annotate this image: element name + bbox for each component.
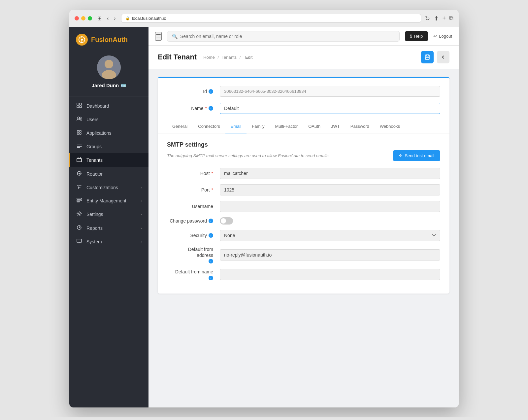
sidebar-item-label: Reports bbox=[86, 226, 103, 231]
sidebar-item-groups[interactable]: Groups bbox=[69, 140, 148, 153]
form-card: Id i Name * i bbox=[158, 77, 449, 294]
change-password-toggle[interactable] bbox=[220, 217, 233, 225]
sidebar-item-dashboard[interactable]: Dashboard bbox=[69, 99, 148, 113]
sidebar-item-label: Settings bbox=[86, 212, 103, 217]
sidebar-item-users[interactable]: Users bbox=[69, 113, 148, 126]
search-input[interactable] bbox=[180, 34, 395, 39]
tabs: General Connectors Email Family Multi-Fa… bbox=[158, 120, 449, 133]
security-info-icon[interactable]: i bbox=[209, 233, 213, 238]
arrow-icon: › bbox=[141, 186, 142, 190]
logo-icon bbox=[76, 34, 88, 46]
name-info-icon[interactable]: i bbox=[209, 106, 213, 111]
tabs-icon[interactable]: ⧉ bbox=[449, 15, 453, 22]
back-button[interactable] bbox=[437, 51, 449, 63]
forward-icon[interactable]: › bbox=[113, 15, 117, 22]
new-tab-icon[interactable]: + bbox=[442, 15, 446, 22]
svg-rect-20 bbox=[77, 158, 82, 162]
svg-rect-16 bbox=[80, 133, 81, 134]
tab-connectors[interactable]: Connectors bbox=[193, 120, 225, 133]
change-password-info-icon[interactable]: i bbox=[209, 219, 213, 223]
id-info-icon[interactable]: i bbox=[209, 89, 213, 94]
sidebar-toggle-icon[interactable]: ⊞ bbox=[96, 15, 103, 22]
default-from-address-label: Default fromaddress i bbox=[167, 246, 220, 263]
default-from-address-row: Default fromaddress i bbox=[167, 246, 440, 263]
svg-rect-15 bbox=[77, 133, 79, 134]
user-card-icon: 🪪 bbox=[121, 83, 126, 88]
svg-rect-7 bbox=[77, 103, 79, 105]
sidebar-item-tenants[interactable]: Tenants bbox=[69, 153, 148, 167]
port-input[interactable] bbox=[220, 184, 440, 195]
sidebar-item-entity-management[interactable]: Entity Management › bbox=[69, 194, 148, 207]
host-label: Host * bbox=[167, 171, 220, 176]
back-icon[interactable]: ‹ bbox=[106, 15, 110, 22]
svg-rect-29 bbox=[425, 55, 429, 59]
url-text: local.fusionauth.io bbox=[132, 16, 166, 21]
breadcrumb: Home / Tenants / Edit bbox=[203, 55, 254, 60]
default-from-name-info-icon[interactable]: i bbox=[209, 276, 213, 280]
tab-family[interactable]: Family bbox=[247, 120, 270, 133]
sidebar-item-reports[interactable]: Reports › bbox=[69, 221, 148, 235]
tab-password[interactable]: Password bbox=[345, 120, 375, 133]
tenants-icon bbox=[76, 157, 82, 163]
applications-icon bbox=[76, 130, 82, 136]
smtp-section: SMTP settings The outgoing SMTP mail ser… bbox=[158, 133, 449, 294]
close-button[interactable] bbox=[75, 16, 79, 20]
tab-multi-factor[interactable]: Multi-Factor bbox=[270, 120, 303, 133]
svg-rect-23 bbox=[77, 198, 82, 199]
breadcrumb-tenants[interactable]: Tenants bbox=[221, 55, 237, 60]
security-label: Security i bbox=[167, 233, 220, 238]
change-password-label: Change password i bbox=[167, 218, 220, 224]
breadcrumb-home[interactable]: Home bbox=[203, 55, 215, 60]
tab-email[interactable]: Email bbox=[225, 120, 247, 133]
id-label: Id i bbox=[167, 89, 220, 94]
tab-jwt[interactable]: JWT bbox=[326, 120, 345, 133]
breadcrumb-current: Edit bbox=[245, 55, 252, 60]
reload-icon[interactable]: ↻ bbox=[425, 15, 430, 22]
sidebar-item-customizations[interactable]: Customizations › bbox=[69, 181, 148, 194]
sidebar: FusionAuth Jared Dunn 🪪 bbox=[69, 27, 148, 407]
sidebar-item-label: Entity Management bbox=[86, 198, 126, 203]
tab-oauth[interactable]: OAuth bbox=[303, 120, 326, 133]
save-button[interactable] bbox=[421, 51, 434, 63]
help-button[interactable]: ℹ Help bbox=[405, 31, 428, 41]
security-select[interactable]: None TLS STARTTLS bbox=[220, 230, 440, 241]
host-input[interactable] bbox=[220, 168, 440, 179]
share-icon[interactable]: ⬆ bbox=[434, 15, 439, 22]
arrow-icon: › bbox=[141, 199, 142, 203]
sidebar-item-system[interactable]: System › bbox=[69, 235, 148, 248]
arrow-icon: › bbox=[141, 226, 142, 230]
name-label: Name * i bbox=[167, 106, 220, 111]
port-label: Port * bbox=[167, 187, 220, 192]
sidebar-item-reactor[interactable]: Reactor bbox=[69, 167, 148, 181]
name-input[interactable] bbox=[220, 103, 440, 114]
id-input[interactable] bbox=[220, 86, 440, 97]
tab-general[interactable]: General bbox=[167, 120, 193, 133]
svg-rect-9 bbox=[77, 106, 79, 108]
logout-button[interactable]: ↩ Logout bbox=[433, 34, 452, 39]
hamburger-button[interactable]: ☰ bbox=[155, 32, 162, 41]
send-test-email-button[interactable]: ✈ Send test email bbox=[393, 150, 440, 161]
sidebar-item-label: System bbox=[86, 239, 102, 244]
default-from-name-input[interactable] bbox=[220, 269, 440, 280]
sidebar-item-label: Dashboard bbox=[86, 103, 109, 109]
page-title: Edit Tenant bbox=[158, 53, 197, 61]
search-bar: 🔍 bbox=[167, 31, 400, 42]
sidebar-item-settings[interactable]: Settings › bbox=[69, 207, 148, 221]
svg-point-26 bbox=[79, 213, 80, 215]
address-bar[interactable]: 🔒 local.fusionauth.io bbox=[121, 14, 421, 23]
sidebar-item-label: Customizations bbox=[86, 185, 118, 190]
fullscreen-button[interactable] bbox=[88, 16, 92, 20]
sidebar-item-applications[interactable]: Applications bbox=[69, 126, 148, 140]
reports-icon bbox=[76, 225, 82, 231]
username-input[interactable] bbox=[220, 201, 440, 212]
svg-rect-31 bbox=[426, 57, 429, 59]
svg-rect-28 bbox=[77, 239, 82, 242]
minimize-button[interactable] bbox=[81, 16, 85, 20]
default-from-address-input[interactable] bbox=[220, 249, 440, 261]
content-header: Edit Tenant Home / Tenants / Edit bbox=[148, 46, 459, 69]
default-from-address-info-icon[interactable]: i bbox=[209, 259, 213, 263]
tab-webhooks[interactable]: Webhooks bbox=[375, 120, 405, 133]
customizations-icon bbox=[76, 185, 82, 191]
logo-text: FusionAuth bbox=[91, 36, 128, 44]
smtp-desc: The outgoing SMTP mail server settings a… bbox=[167, 150, 440, 161]
